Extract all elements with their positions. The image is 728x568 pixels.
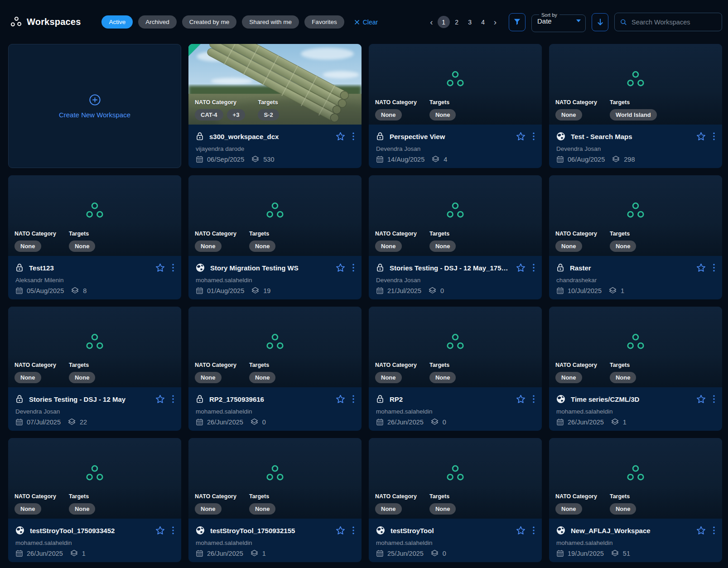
workspace-card[interactable]: NATO Category CAT-4+3 Targets S-2	[188, 44, 362, 168]
kebab-menu-button[interactable]	[532, 263, 535, 273]
workspace-logo-watermark	[86, 464, 104, 481]
layer-count: 1	[623, 419, 627, 426]
filter-pill-active[interactable]: Active	[101, 15, 133, 29]
favorite-star-button[interactable]	[515, 262, 526, 273]
calendar-icon	[376, 155, 384, 163]
workspace-logo-watermark	[266, 333, 284, 350]
filter-pill-shared-with-me[interactable]: Shared with me	[242, 15, 299, 29]
page-button-2[interactable]: 2	[451, 16, 463, 28]
favorite-star-button[interactable]	[335, 131, 346, 142]
target-badge: None	[69, 503, 96, 515]
nato-category-label: NATO Category	[375, 231, 417, 237]
workspace-date: 05/Aug/2025	[27, 287, 64, 294]
workspace-card[interactable]: NATO Category None Targets None	[369, 438, 542, 562]
favorite-star-button[interactable]	[515, 131, 526, 142]
workspace-author: Devendra Josan	[15, 408, 175, 415]
filter-pill-created-by-me[interactable]: Created by me	[182, 15, 237, 29]
favorite-star-button[interactable]	[154, 525, 166, 536]
favorite-star-button[interactable]	[335, 394, 346, 404]
favorite-star-button[interactable]	[335, 525, 346, 536]
filter-pill-favorites[interactable]: Favorites	[304, 15, 344, 29]
workspace-card[interactable]: NATO Category None Targets None	[8, 307, 181, 431]
chevron-right-icon[interactable]: ›	[491, 18, 499, 26]
target-badges: None	[69, 503, 96, 515]
search-box	[614, 13, 722, 31]
favorite-star-button[interactable]	[695, 262, 707, 273]
nato-category-label: NATO Category	[555, 362, 597, 368]
workspace-card[interactable]: NATO Category None Targets None	[8, 438, 181, 562]
targets-label: Targets	[69, 362, 96, 368]
calendar-icon	[376, 287, 384, 294]
target-badge: None	[610, 372, 636, 383]
favorite-star-button[interactable]	[695, 394, 707, 404]
sort-direction-button[interactable]	[592, 13, 608, 31]
target-badge: None	[69, 372, 96, 383]
workspace-card[interactable]: NATO Category None Targets None	[188, 438, 362, 562]
page-button-1[interactable]: 1	[438, 16, 450, 28]
target-badge: None	[429, 503, 456, 515]
layer-count: 1	[262, 550, 266, 557]
create-new-workspace-card[interactable]: Create New Workspace	[8, 44, 181, 168]
lock-icon	[196, 132, 204, 141]
preview-badges: NATO Category None Targets None	[195, 231, 275, 252]
workspace-date: 01/Aug/2025	[207, 287, 244, 294]
lock-icon	[196, 395, 204, 404]
calendar-icon	[15, 549, 23, 557]
kebab-menu-button[interactable]	[352, 131, 355, 141]
workspace-card[interactable]: NATO Category None Targets None	[8, 175, 181, 299]
kebab-menu-button[interactable]	[171, 525, 175, 535]
workspace-card[interactable]: NATO Category None Targets None	[369, 307, 542, 431]
kebab-menu-button[interactable]	[532, 394, 535, 404]
favorite-star-button[interactable]	[515, 525, 526, 536]
workspace-card[interactable]: NATO Category None Targets World Island	[549, 44, 722, 168]
nato-badge: None	[195, 372, 222, 383]
favorite-star-button[interactable]	[695, 131, 707, 142]
kebab-menu-button[interactable]	[712, 131, 716, 141]
workspace-card[interactable]: NATO Category None Targets None	[188, 175, 362, 299]
kebab-menu-button[interactable]	[171, 394, 175, 404]
workspaces-logo-icon	[10, 16, 22, 28]
clear-filters-button[interactable]: Clear	[354, 19, 378, 26]
workspace-card-footer: testStroyTool_1750933452 mohamed.salahel…	[8, 519, 181, 557]
filter-pill-archived[interactable]: Archived	[138, 15, 177, 29]
page-button-4[interactable]: 4	[477, 16, 489, 28]
workspace-card[interactable]: NATO Category None Targets None	[549, 438, 722, 562]
workspace-card-footer: Test123 Aleksandr Milenin	[8, 256, 181, 294]
workspace-card[interactable]: NATO Category None Targets None	[369, 44, 542, 168]
workspace-card[interactable]: NATO Category None Targets None	[188, 307, 362, 431]
nato-category-label: NATO Category	[14, 362, 56, 368]
lock-icon	[15, 395, 24, 404]
kebab-menu-button[interactable]	[712, 263, 716, 273]
favorite-star-button[interactable]	[154, 262, 166, 273]
chevron-left-icon[interactable]: ‹	[427, 18, 435, 26]
targets-label: Targets	[429, 231, 456, 237]
workspace-card[interactable]: NATO Category None Targets None	[369, 175, 542, 299]
kebab-menu-button[interactable]	[532, 131, 535, 141]
workspace-preview: NATO Category None Targets None	[188, 175, 362, 256]
workspace-card[interactable]: NATO Category None Targets None	[549, 307, 722, 431]
favorite-star-button[interactable]	[154, 394, 166, 404]
kebab-menu-button[interactable]	[352, 394, 355, 404]
target-badge: World Island	[610, 109, 657, 120]
kebab-menu-button[interactable]	[171, 263, 175, 273]
favorite-star-button[interactable]	[515, 394, 526, 404]
kebab-menu-button[interactable]	[352, 263, 355, 273]
favorite-star-button[interactable]	[695, 525, 707, 536]
search-input[interactable]	[632, 19, 716, 26]
workspace-author: mohamed.salaheldin	[376, 408, 535, 415]
kebab-menu-button[interactable]	[532, 525, 535, 535]
sort-by-select[interactable]: Sort by Date	[531, 12, 586, 32]
target-badges: None	[610, 241, 636, 252]
kebab-menu-button[interactable]	[712, 394, 716, 404]
filter-button[interactable]	[509, 13, 526, 31]
kebab-menu-button[interactable]	[352, 525, 355, 535]
kebab-menu-button[interactable]	[712, 525, 716, 535]
target-badges: None	[69, 241, 96, 252]
page-button-3[interactable]: 3	[464, 16, 476, 28]
workspace-date: 14/Aug/2025	[387, 156, 424, 163]
workspace-card-footer: Raster chandrashekar	[549, 256, 722, 294]
workspace-card[interactable]: NATO Category None Targets None	[549, 175, 722, 299]
workspace-preview: NATO Category None Targets World Island	[549, 44, 722, 125]
favorite-star-button[interactable]	[335, 262, 346, 273]
workspace-date: 10/Jul/2025	[568, 287, 602, 294]
